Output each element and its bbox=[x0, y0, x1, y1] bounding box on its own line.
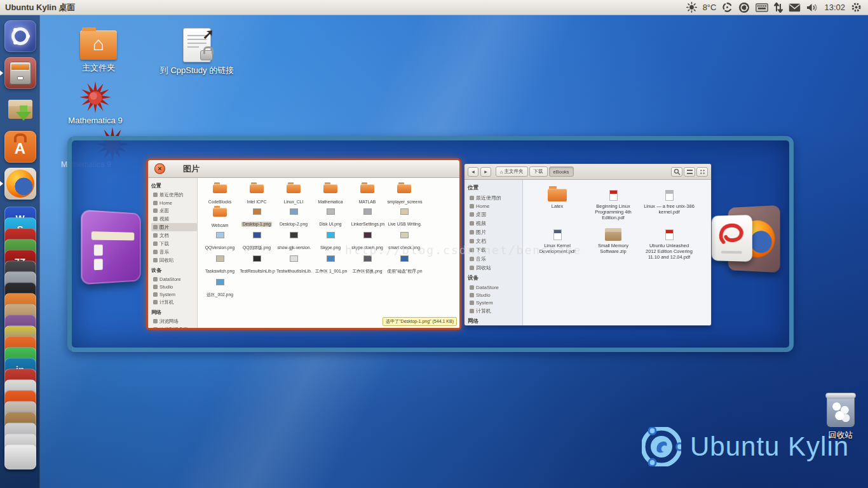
sidebar-item-浏览网络[interactable]: 浏览网络 bbox=[151, 317, 197, 325]
fan-monitor-icon[interactable] bbox=[722, 2, 733, 13]
file-item[interactable]: Ubuntu Unleashed 2012 Edition Covering 1… bbox=[641, 226, 697, 265]
file-item[interactable]: Desktop-1.png bbox=[238, 205, 275, 229]
sidebar-item-图片[interactable]: 图片 bbox=[151, 223, 197, 231]
sidebar-item-图片[interactable]: 图片 bbox=[468, 227, 522, 236]
file-label: TestResultsInLib.png bbox=[238, 269, 275, 276]
file-item[interactable]: QQVersion.png bbox=[201, 229, 238, 252]
file-item[interactable]: Mathematica bbox=[312, 182, 349, 205]
sidebar-item-Studio[interactable]: Studio bbox=[151, 283, 197, 290]
window-titlebar[interactable]: × 图片 bbox=[148, 160, 459, 178]
mail-icon[interactable] bbox=[789, 3, 801, 12]
sidebar-item-连接到服务器[interactable]: 连接到服务器 bbox=[151, 325, 197, 328]
sidebar-item-Home[interactable]: Home bbox=[151, 199, 197, 207]
sidebar-item-System[interactable]: System bbox=[468, 299, 522, 306]
file-item[interactable]: Small Memory Software.zip bbox=[585, 226, 641, 265]
sidebar-item-文档[interactable]: 文档 bbox=[151, 231, 197, 240]
sidebar-item-下载[interactable]: 下载 bbox=[468, 245, 522, 254]
file-item[interactable]: 选区_002.png bbox=[201, 276, 238, 299]
file-item[interactable]: smplayer_screenshots bbox=[386, 182, 423, 205]
lock-icon bbox=[200, 50, 213, 60]
sidebar-item-计算机[interactable]: 计算机 bbox=[151, 298, 197, 306]
sidebar-item-label: 计算机 bbox=[159, 299, 174, 306]
sidebar-item-最近使用的[interactable]: 最近使用的 bbox=[151, 191, 197, 199]
launcher-folded-app-icon[interactable] bbox=[4, 444, 36, 469]
sidebar-item-回收站[interactable]: 回收站 bbox=[151, 256, 197, 264]
file-item[interactable]: Linux_CLI bbox=[275, 182, 312, 205]
file-item[interactable]: MATLAB bbox=[349, 182, 386, 205]
close-button[interactable]: × bbox=[154, 163, 165, 174]
ubuntu-one-icon[interactable] bbox=[738, 2, 750, 13]
sidebar-item-音乐[interactable]: 音乐 bbox=[151, 248, 197, 256]
switcher-app-icon-left[interactable] bbox=[81, 210, 140, 285]
file-manager-window-ebooks[interactable]: ◂ ▸ ⌂主文件夹下载eBooks 位置最近使用的Home桌面视频图片文档下载音… bbox=[465, 164, 711, 325]
active-app-title: Ubuntu Kylin 桌面 bbox=[5, 2, 76, 13]
file-item[interactable]: 工作区 1_001.png bbox=[312, 252, 349, 276]
desktop-icon-trash[interactable]: 回收站 bbox=[815, 395, 867, 441]
sidebar-item-回收站[interactable]: 回收站 bbox=[468, 263, 522, 272]
launcher-item-file-manager[interactable] bbox=[4, 57, 36, 89]
file-item[interactable]: smart check.png bbox=[386, 229, 423, 252]
sidebar-item-音乐[interactable]: 音乐 bbox=[468, 254, 522, 263]
breadcrumb-主文件夹[interactable]: ⌂主文件夹 bbox=[496, 166, 528, 177]
file-item[interactable]: Disk UI.png bbox=[312, 205, 349, 229]
file-item[interactable]: CodeBlocks bbox=[201, 182, 238, 205]
sidebar-item-最近使用的[interactable]: 最近使用的 bbox=[468, 193, 522, 202]
keyboard-layout-icon[interactable] bbox=[756, 3, 768, 12]
sidebar-item-视频[interactable]: 视频 bbox=[151, 215, 197, 223]
desktop-icon-mathematica[interactable]: Mathematica 9 bbox=[60, 81, 130, 125]
breadcrumb-eBooks[interactable]: eBooks bbox=[549, 166, 574, 177]
launcher-item-dash[interactable] bbox=[4, 20, 36, 52]
list-view-button[interactable] bbox=[684, 167, 695, 177]
file-item[interactable]: Intel ICPC bbox=[238, 182, 275, 205]
file-item[interactable]: Taskswitch.png bbox=[201, 252, 238, 276]
file-item[interactable]: skype-down.png bbox=[349, 229, 386, 252]
sidebar-item-下载[interactable]: 下载 bbox=[151, 240, 197, 248]
grid-view-button[interactable] bbox=[696, 167, 708, 177]
weather-sun-icon[interactable] bbox=[686, 2, 697, 13]
search-button[interactable] bbox=[671, 167, 682, 177]
clock-label[interactable]: 13:02 bbox=[824, 3, 845, 12]
sidebar-item-视频[interactable]: 视频 bbox=[468, 219, 522, 227]
back-button[interactable]: ◂ bbox=[468, 167, 478, 177]
file-item[interactable]: LinkerSettings.png bbox=[349, 205, 386, 229]
file-item[interactable]: Latex bbox=[529, 186, 585, 226]
file-item[interactable]: show-gjk-version.png bbox=[275, 229, 312, 252]
file-label: Beginning Linux Programming 4th Edition.… bbox=[585, 203, 641, 220]
sidebar-item-Studio[interactable]: Studio bbox=[468, 291, 522, 299]
file-item[interactable]: Linux — a free unix-386 kernel.pdf bbox=[641, 186, 697, 226]
session-gear-icon[interactable] bbox=[851, 2, 862, 13]
file-item[interactable]: 使用"磁盘"程序.png bbox=[386, 252, 423, 276]
file-item[interactable]: Linux Kernel Development.pdf bbox=[529, 226, 585, 265]
forward-button[interactable]: ▸ bbox=[480, 167, 491, 177]
file-item[interactable]: Skype.png bbox=[312, 229, 349, 252]
launcher-item-software-center[interactable]: A bbox=[4, 131, 36, 163]
sidebar-item-DataStore[interactable]: DataStore bbox=[468, 283, 522, 291]
sidebar-item-label: System bbox=[159, 292, 175, 297]
network-updown-icon[interactable] bbox=[774, 3, 783, 13]
desktop-icon-home-folder[interactable]: ⌂ 主文件夹 bbox=[64, 30, 133, 74]
sidebar-item-System[interactable]: System bbox=[151, 290, 197, 298]
file-item[interactable]: Beginning Linux Programming 4th Edition.… bbox=[585, 186, 641, 226]
launcher-item-firefox[interactable] bbox=[4, 168, 36, 200]
file-item[interactable]: TestwithoutIsInLib.png bbox=[275, 252, 312, 276]
file-item[interactable]: Live USB Writing.png bbox=[386, 205, 423, 229]
file-manager-window-pictures[interactable]: × 图片 位置最近使用的Home桌面视频图片文档下载音乐回收站设备DataSto… bbox=[148, 160, 459, 328]
file-item[interactable]: 工作区切换.png bbox=[349, 252, 386, 276]
sidebar-item-文档[interactable]: 文档 bbox=[468, 236, 522, 245]
sidebar-item-Home[interactable]: Home bbox=[468, 202, 522, 210]
breadcrumb-下载[interactable]: 下载 bbox=[529, 166, 548, 177]
sidebar-item-DataStore[interactable]: DataStore bbox=[151, 275, 197, 283]
sidebar-item-桌面[interactable]: 桌面 bbox=[151, 207, 197, 215]
file-label: Mathematica bbox=[317, 200, 344, 204]
file-item[interactable]: QQ国际版.png bbox=[238, 229, 275, 252]
desktop-icon-cppstudy-link[interactable]: ➚ 到 CppStudy 的链接 bbox=[146, 28, 248, 76]
launcher-item-package-installer[interactable] bbox=[4, 94, 36, 126]
file-item[interactable]: Webcam bbox=[201, 205, 238, 229]
switcher-document-viewer-icon[interactable] bbox=[712, 215, 752, 262]
file-item[interactable]: Desktop-2.png bbox=[275, 205, 312, 229]
sidebar-item-桌面[interactable]: 桌面 bbox=[468, 210, 522, 219]
file-item[interactable]: TestResultsInLib.png bbox=[238, 252, 275, 276]
volume-icon[interactable] bbox=[806, 3, 818, 13]
sidebar-item-计算机[interactable]: 计算机 bbox=[468, 306, 522, 315]
sidebar-item-label: 计算机 bbox=[476, 308, 491, 315]
